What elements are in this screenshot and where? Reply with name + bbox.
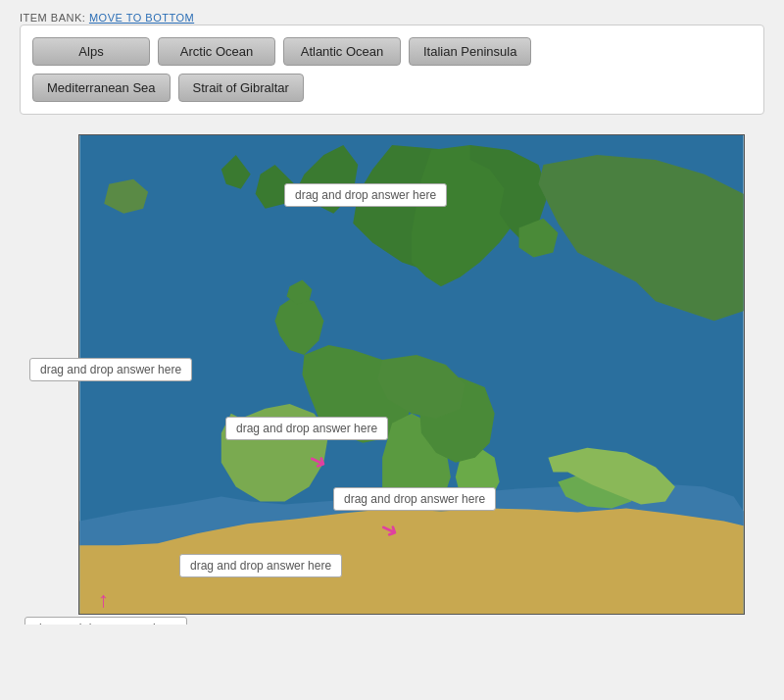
drop-zone-5[interactable]: drag and drop answer here <box>179 554 342 577</box>
item-bank-header: ITEM BANK: Move to Bottom <box>20 10 764 25</box>
chip-alps[interactable]: Alps <box>32 37 150 66</box>
chip-arctic-ocean[interactable]: Arctic Ocean <box>158 37 275 66</box>
chip-mediterranean-sea[interactable]: Mediterranean Sea <box>32 74 171 102</box>
drop-zone-3[interactable]: drag and drop answer here <box>225 417 388 440</box>
drop-zone-4[interactable]: drag and drop answer here <box>333 487 496 511</box>
item-bank-box: Alps Arctic Ocean Atlantic Ocean Italian… <box>20 25 764 115</box>
item-bank-label: ITEM BANK: <box>20 12 85 24</box>
move-to-bottom-link[interactable]: Move to Bottom <box>89 12 194 24</box>
arrow-6: ↑ <box>98 587 109 613</box>
drop-zone-6[interactable]: drag and drop answer here <box>24 617 187 625</box>
chip-strait-of-gibraltar[interactable]: Strait of Gibraltar <box>178 74 304 102</box>
chip-atlantic-ocean[interactable]: Atlantic Ocean <box>283 37 401 66</box>
item-bank-row-1: Alps Arctic Ocean Atlantic Ocean Italian… <box>32 37 752 66</box>
drop-zone-1[interactable]: drag and drop answer here <box>284 183 447 207</box>
item-bank-row-2: Mediterranean Sea Strait of Gibraltar <box>32 74 752 102</box>
drop-zone-2[interactable]: drag and drop answer here <box>29 358 192 381</box>
chip-italian-peninsula[interactable]: Italian Peninsula <box>409 37 531 66</box>
